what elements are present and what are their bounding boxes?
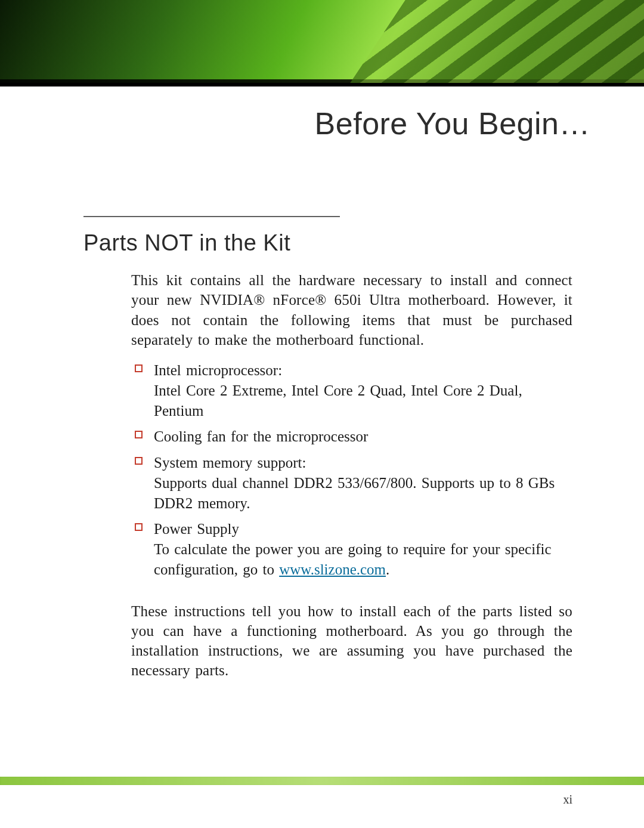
list-item: Power Supply To calculate the power you … (135, 519, 572, 579)
section-title: Parts NOT in the Kit (83, 216, 340, 256)
bullet-list: Intel microprocessor: Intel Core 2 Extre… (131, 360, 572, 580)
list-item-detail-post: . (386, 561, 389, 577)
section-body: This kit contains all the hardware neces… (131, 270, 572, 681)
list-item-lead: Intel microprocessor: (154, 362, 282, 378)
content-area: Parts NOT in the Kit This kit contains a… (83, 216, 572, 681)
page: Before You Begin… Parts NOT in the Kit T… (0, 0, 644, 828)
bullet-icon (135, 457, 143, 465)
slizone-link[interactable]: www.slizone.com (279, 561, 386, 577)
list-item-detail: To calculate the power you are going to … (154, 539, 572, 580)
list-item-lead: System memory support: (154, 455, 306, 471)
intro-paragraph: This kit contains all the hardware neces… (131, 270, 572, 350)
list-item-detail: Supports dual channel DDR2 533/667/800. … (154, 473, 572, 514)
outro-paragraph: These instructions tell you how to insta… (131, 601, 572, 681)
list-item-lead: Cooling fan for the microprocessor (154, 428, 368, 444)
page-title: Before You Begin… (0, 106, 590, 141)
list-item-detail: Intel Core 2 Extreme, Intel Core 2 Quad,… (154, 381, 572, 421)
header-banner (0, 0, 644, 86)
bullet-icon (135, 431, 143, 438)
page-number: xi (563, 793, 572, 807)
bullet-icon (135, 364, 143, 372)
list-item-lead: Power Supply (154, 521, 239, 537)
footer-stripe (0, 777, 644, 785)
bullet-icon (135, 523, 143, 531)
list-item: Cooling fan for the microprocessor (135, 427, 572, 447)
list-item: System memory support: Supports dual cha… (135, 453, 572, 513)
list-item: Intel microprocessor: Intel Core 2 Extre… (135, 360, 572, 421)
